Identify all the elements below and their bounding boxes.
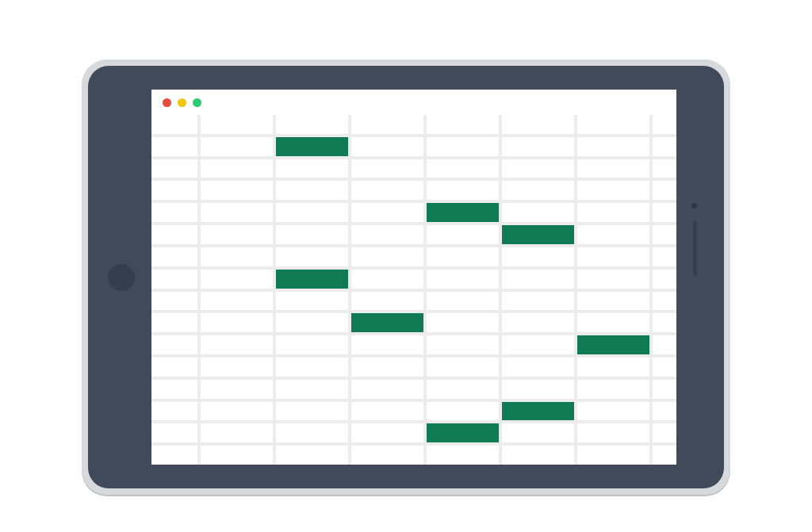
cell[interactable] [577, 225, 649, 244]
cell[interactable] [151, 181, 197, 200]
cell[interactable] [201, 423, 273, 442]
home-button[interactable] [108, 264, 135, 291]
cell[interactable] [577, 181, 649, 200]
cell[interactable] [351, 423, 423, 442]
cell[interactable] [351, 181, 423, 200]
cell[interactable] [653, 335, 676, 354]
cell[interactable] [201, 313, 273, 332]
cell[interactable] [427, 335, 499, 354]
cell[interactable] [151, 159, 197, 178]
cell[interactable] [653, 115, 676, 134]
cell[interactable] [577, 313, 649, 332]
spreadsheet-grid[interactable] [151, 115, 676, 465]
cell[interactable] [151, 358, 197, 377]
cell[interactable] [201, 225, 273, 244]
cell[interactable] [577, 292, 649, 311]
cell[interactable] [276, 446, 348, 465]
cell[interactable] [653, 358, 676, 377]
cell[interactable] [653, 159, 676, 178]
cell[interactable] [577, 446, 649, 465]
cell-filled[interactable] [427, 203, 499, 222]
cell[interactable] [351, 247, 423, 266]
cell[interactable] [276, 203, 348, 222]
cell[interactable] [577, 159, 649, 178]
cell[interactable] [577, 247, 649, 266]
cell[interactable] [427, 292, 499, 311]
cell[interactable] [502, 247, 574, 266]
cell[interactable] [276, 159, 348, 178]
cell[interactable] [151, 335, 197, 354]
cell[interactable] [151, 402, 197, 421]
zoom-icon[interactable] [193, 98, 201, 107]
cell[interactable] [502, 203, 574, 222]
cell-filled[interactable] [577, 335, 649, 354]
cell[interactable] [276, 181, 348, 200]
cell[interactable] [577, 402, 649, 421]
cell[interactable] [151, 270, 197, 289]
cell[interactable] [502, 292, 574, 311]
cell[interactable] [276, 292, 348, 311]
cell[interactable] [201, 137, 273, 156]
cell[interactable] [151, 137, 197, 156]
cell[interactable] [653, 247, 676, 266]
cell[interactable] [276, 115, 348, 134]
cell[interactable] [201, 335, 273, 354]
cell[interactable] [427, 402, 499, 421]
cell[interactable] [653, 181, 676, 200]
cell[interactable] [577, 380, 649, 399]
cell[interactable] [502, 358, 574, 377]
cell[interactable] [201, 446, 273, 465]
cell[interactable] [351, 225, 423, 244]
cell-filled[interactable] [276, 270, 348, 289]
cell[interactable] [351, 203, 423, 222]
cell[interactable] [351, 380, 423, 399]
cell[interactable] [427, 181, 499, 200]
cell[interactable] [502, 423, 574, 442]
cell[interactable] [577, 423, 649, 442]
cell-filled[interactable] [276, 137, 348, 156]
cell[interactable] [427, 247, 499, 266]
close-icon[interactable] [163, 98, 171, 107]
cell[interactable] [427, 380, 499, 399]
cell[interactable] [151, 423, 197, 442]
cell[interactable] [276, 380, 348, 399]
cell[interactable] [201, 247, 273, 266]
cell[interactable] [276, 225, 348, 244]
cell[interactable] [577, 358, 649, 377]
cell[interactable] [351, 159, 423, 178]
cell[interactable] [351, 446, 423, 465]
cell[interactable] [201, 181, 273, 200]
cell[interactable] [151, 292, 197, 311]
cell[interactable] [427, 313, 499, 332]
cell[interactable] [577, 115, 649, 134]
cell[interactable] [151, 313, 197, 332]
cell[interactable] [653, 402, 676, 421]
cell[interactable] [201, 115, 273, 134]
cell[interactable] [276, 313, 348, 332]
cell[interactable] [351, 270, 423, 289]
cell[interactable] [427, 159, 499, 178]
cell[interactable] [653, 225, 676, 244]
cell[interactable] [427, 446, 499, 465]
cell[interactable] [276, 358, 348, 377]
cell[interactable] [151, 446, 197, 465]
cell[interactable] [502, 270, 574, 289]
cell[interactable] [351, 335, 423, 354]
cell[interactable] [201, 358, 273, 377]
cell[interactable] [653, 313, 676, 332]
cell[interactable] [502, 137, 574, 156]
cell[interactable] [351, 115, 423, 134]
cell[interactable] [502, 335, 574, 354]
cell[interactable] [276, 402, 348, 421]
cell[interactable] [151, 225, 197, 244]
cell[interactable] [201, 159, 273, 178]
cell[interactable] [427, 137, 499, 156]
cell-filled[interactable] [351, 313, 423, 332]
cell[interactable] [502, 446, 574, 465]
cell-filled[interactable] [502, 402, 574, 421]
cell[interactable] [653, 270, 676, 289]
minimize-icon[interactable] [178, 98, 186, 107]
cell[interactable] [653, 137, 676, 156]
cell[interactable] [201, 402, 273, 421]
cell[interactable] [201, 203, 273, 222]
